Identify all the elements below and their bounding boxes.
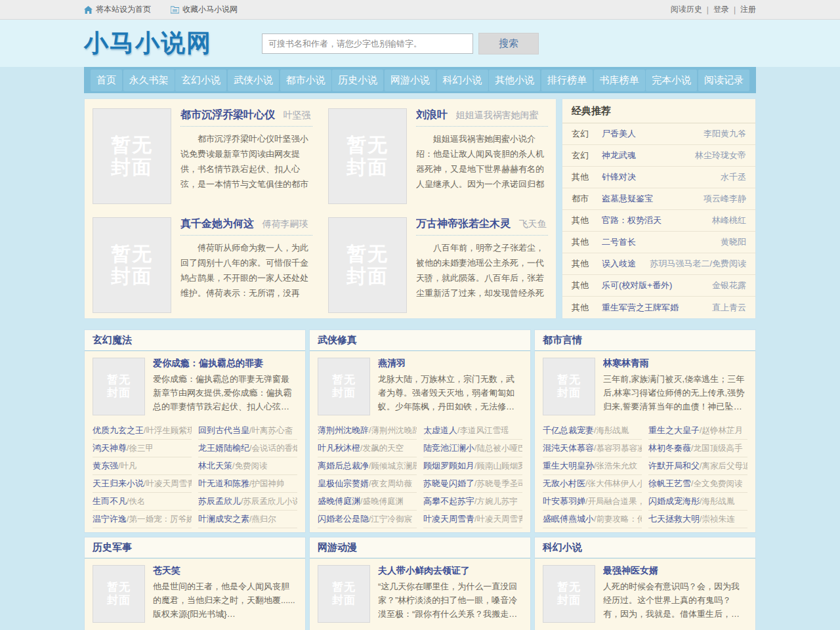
book-list-item[interactable]: 黄东强/叶凡 (93, 457, 192, 475)
site-logo[interactable]: 小马小说网 (84, 27, 212, 60)
book-title-link[interactable]: 最强神医女婿 (603, 565, 747, 577)
book-list-item[interactable]: 离婚后总裁净/顾倾城京澜辰 (318, 457, 417, 475)
book-list-item[interactable]: 盛晚傅庭渊/盛晚傅庭渊 (318, 493, 417, 511)
book-list-item[interactable]: 无敌小村医/张大伟林伊人小 (543, 475, 642, 493)
register-link[interactable]: 注册 (740, 4, 756, 15)
book-list-item[interactable]: 优质九玄之王/叶浮生顾紫琪 (93, 422, 192, 440)
recommend-category-link[interactable]: 其他 (572, 280, 602, 291)
book-list-item[interactable]: 回到古代当皇/叶离苏心斋 (198, 422, 297, 440)
nav-item[interactable]: 其他小说 (489, 70, 540, 91)
recommend-category-link[interactable]: 其他 (572, 302, 602, 314)
nav-item[interactable]: 网游小说 (385, 70, 436, 91)
book-list-item[interactable]: 薄荆州沈晚辞/薄荆州沈晚辞 (318, 422, 417, 440)
recommend-title-link[interactable]: 二号首长 (602, 236, 717, 248)
book-list-item[interactable]: 陆竞池江澜小/陆总被小哑巴 (423, 440, 522, 457)
book-cover-placeholder[interactable]: 暂无 封面 (543, 358, 595, 415)
book-list-item[interactable]: 重生之大皇子/赵铮林芷月 (648, 422, 747, 440)
book-cover-placeholder[interactable]: 暂无 封面 (543, 565, 595, 623)
top-utility-bar: 将本站设为首页 收藏小马小说网 阅读历史 | 登录 | 注册 (0, 0, 840, 20)
book-list-item[interactable]: 千亿总裁宠妻/海彤战胤 (543, 422, 642, 440)
nav-item[interactable]: 首页 (91, 70, 122, 91)
book-list-item[interactable]: 七天拯救大明/崇祯朱连 (648, 511, 747, 528)
book-list-item[interactable]: 叶安慕羽婵/开局融合道果， (543, 493, 642, 511)
search-input[interactable] (262, 33, 473, 54)
book-list-item[interactable]: 叶凌天周雪青/叶凌天周雪青 (423, 511, 522, 528)
book-title-link[interactable]: 夫人带小鲜肉去领证了 (378, 565, 522, 577)
recommend-category-link[interactable]: 其他 (572, 258, 602, 270)
favorite-site-link[interactable]: 收藏小马小说网 (171, 4, 238, 15)
book-list-item[interactable]: 苏辰孟欣儿/苏辰孟欣儿小说 (198, 493, 297, 511)
recommend-category-link[interactable]: 玄幻 (572, 128, 602, 140)
book-list-item[interactable]: 苏晓曼闪婚了/苏晓曼季圣司 (423, 475, 522, 493)
book-list-item[interactable]: 顾烟罗顾如月/顾南山顾烟罗 (423, 457, 522, 475)
book-list-item[interactable]: 重生大明皇孙/张浩朱允炆 (543, 457, 642, 475)
nav-item[interactable]: 阅读记录 (698, 70, 749, 91)
recommend-title-link[interactable]: 重生军营之王牌军婚 (602, 302, 708, 314)
book-title-link[interactable]: 真千金她为何这 (180, 218, 254, 229)
book-cover-placeholder[interactable]: 暂无 封面 (328, 108, 407, 204)
search-button[interactable]: 搜索 (478, 33, 539, 54)
book-list-item[interactable]: 太虚道人/李道风江雪瑶 (423, 422, 522, 440)
book-list-item[interactable]: 林初冬秦薇/龙国顶级高手 (648, 440, 747, 457)
book-cover-placeholder[interactable]: 暂无 封面 (93, 217, 171, 313)
reading-history-link[interactable]: 阅读历史 (671, 4, 702, 15)
book-list-item[interactable]: 叶澜成安之素/燕归尔 (198, 511, 297, 528)
book-title-link[interactable]: 都市沉浮乔梁叶心仪 (180, 109, 275, 120)
book-list-item[interactable]: 闪婚老公是隐/江宁冷御宸 (318, 511, 417, 528)
book-list-item[interactable]: 叶凡秋沐橙/发飙的天空 (318, 440, 417, 457)
set-homepage-link[interactable]: 将本站设为首页 (84, 4, 151, 15)
book-title-link[interactable]: 爱你成瘾：偏执霸总的罪妻 (153, 358, 297, 369)
book-list-item[interactable]: 鸿天神尊/徐三甲 (93, 440, 192, 457)
book-list-item[interactable]: 许默开局和父/离家后父母追 (648, 457, 747, 475)
recommend-category-link[interactable]: 其他 (572, 171, 602, 183)
recommend-row: 其他 误入歧途 苏玥马强马老二/免费阅读 (562, 253, 755, 275)
book-list-item[interactable]: 闪婚成宠海彤/海彤战胤 (648, 493, 747, 511)
recommend-category-link[interactable]: 其他 (572, 215, 602, 226)
book-cover-placeholder[interactable]: 暂无 封面 (318, 358, 370, 415)
book-list-item[interactable]: 生而不凡/佚名 (93, 493, 192, 511)
book-title-link[interactable]: 万古神帝张若尘木灵 (416, 218, 511, 229)
recommend-title-link[interactable]: 盗墓悬疑鉴宝 (602, 193, 700, 205)
recommend-title-link[interactable]: 官路：权势滔天 (602, 215, 708, 226)
book-cover-placeholder[interactable]: 暂无 封面 (328, 217, 407, 313)
book-cover-placeholder[interactable]: 暂无 封面 (318, 565, 370, 623)
book-list-item[interactable]: 徐帆王艺雪/全文免费阅读 (648, 475, 747, 493)
book-cover-placeholder[interactable]: 暂无 封面 (93, 565, 145, 623)
nav-item[interactable]: 排行榜单 (541, 70, 593, 91)
book-list-item[interactable]: 林北天策/免费阅读 (198, 457, 297, 475)
nav-item[interactable]: 都市小说 (280, 70, 331, 91)
recommend-title-link[interactable]: 神龙武魂 (602, 150, 691, 161)
recommend-category-link[interactable]: 都市 (572, 193, 602, 205)
book-list-item[interactable]: 皇极仙宗赘婿/夜玄周幼薇 (318, 475, 417, 493)
book-list-author: 叶凡 (120, 461, 136, 471)
book-list-item[interactable]: 温宁许逸/第一婚宠：厉爷娇 (93, 511, 192, 528)
book-title-link[interactable]: 燕清羽 (378, 358, 522, 369)
book-title-link[interactable]: 苍天笑 (153, 565, 297, 577)
recommend-title-link[interactable]: 误入歧途 (602, 258, 646, 270)
book-list-author: 叶浮生顾紫琪 (146, 426, 192, 435)
book-cover-placeholder[interactable]: 暂无 封面 (93, 358, 145, 415)
nav-item[interactable]: 武侠小说 (228, 70, 279, 91)
nav-item[interactable]: 完本小说 (646, 70, 697, 91)
book-list-item[interactable]: 天王归来小说/叶凌天周雪青 (93, 475, 192, 493)
book-title-link[interactable]: 林寒林青雨 (603, 358, 747, 369)
recommend-title-link[interactable]: 尸香美人 (602, 128, 700, 140)
nav-item[interactable]: 科幻小说 (437, 70, 488, 91)
book-cover-placeholder[interactable]: 暂无 封面 (93, 108, 171, 204)
nav-item[interactable]: 玄幻小说 (175, 70, 226, 91)
book-title-link[interactable]: 刘浪叶 (416, 109, 448, 120)
book-list-item[interactable]: 混沌天体慕容/慕容羽慕容凌 (543, 440, 642, 457)
login-link[interactable]: 登录 (713, 4, 729, 15)
book-list-item[interactable]: 叶无道和陈雅/护国神帅 (198, 475, 297, 493)
recommend-title-link[interactable]: 针锋对决 (602, 171, 717, 183)
nav-item[interactable]: 书库榜单 (594, 70, 645, 91)
recommend-title-link[interactable]: 乐可(校对版+番外) (602, 280, 708, 291)
recommend-category-link[interactable]: 玄幻 (572, 150, 602, 161)
book-list-item[interactable]: 高攀不起苏宇/方婉儿苏宇 (423, 493, 522, 511)
nav-item[interactable]: 历史小说 (332, 70, 383, 91)
book-list-item[interactable]: 龙王婿陆榆纪/会说话的香烟 (198, 440, 297, 457)
book-list-author: 会说话的香烟 (251, 444, 297, 453)
book-list-item[interactable]: 盛眠傅燕城小/前妻攻略：傅 (543, 511, 642, 528)
nav-item[interactable]: 永久书架 (123, 70, 175, 91)
recommend-category-link[interactable]: 其他 (572, 236, 602, 248)
